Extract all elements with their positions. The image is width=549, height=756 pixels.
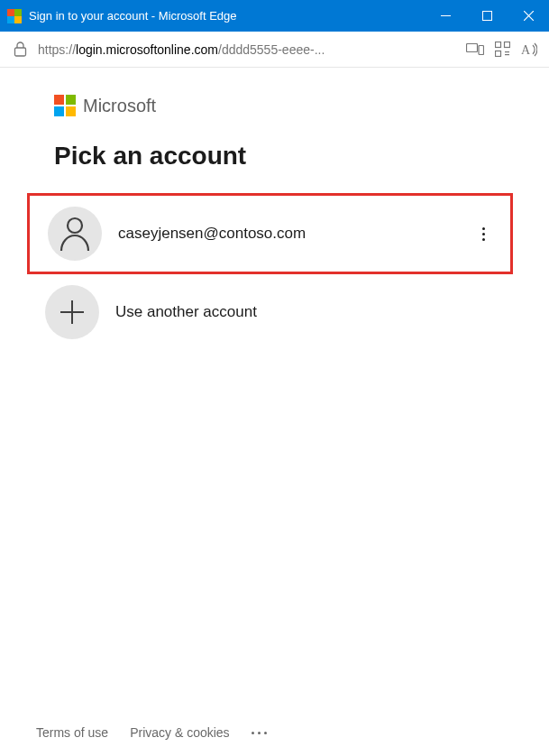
window-title: Sign in to your account - Microsoft Edge <box>29 9 425 23</box>
address-bar: https://login.microsoftonline.com/dddd55… <box>0 32 549 68</box>
url-scheme: https:// <box>38 42 76 57</box>
lock-icon[interactable] <box>11 41 29 59</box>
avatar <box>48 207 102 261</box>
svg-rect-1 <box>482 12 491 21</box>
url-text[interactable]: https://login.microsoftonline.com/dddd55… <box>38 42 457 57</box>
close-button[interactable] <box>508 0 549 32</box>
read-aloud-icon[interactable]: A <box>520 41 538 59</box>
minimize-button[interactable] <box>425 0 466 32</box>
svg-rect-2 <box>14 48 25 56</box>
footer: Terms of use Privacy & cookies <box>36 725 267 740</box>
microsoft-logo-text: Microsoft <box>83 96 156 116</box>
edge-app-icon <box>7 9 22 23</box>
url-path: /dddd5555-eeee-... <box>218 42 325 57</box>
svg-text:A: A <box>521 43 531 57</box>
maximize-button[interactable] <box>466 0 508 32</box>
qr-icon[interactable] <box>493 41 511 59</box>
svg-rect-3 <box>467 43 478 51</box>
account-email: caseyjensen@contoso.com <box>118 225 459 243</box>
page-heading: Pick an account <box>54 142 513 171</box>
url-host: login.microsoftonline.com <box>76 42 218 57</box>
svg-rect-5 <box>495 42 500 48</box>
device-icon[interactable] <box>466 41 484 59</box>
svg-rect-9 <box>505 54 509 55</box>
terms-link[interactable]: Terms of use <box>36 725 108 740</box>
svg-rect-0 <box>441 15 451 16</box>
svg-rect-7 <box>495 51 500 57</box>
add-avatar <box>45 285 99 339</box>
svg-rect-8 <box>505 51 509 52</box>
use-another-label: Use another account <box>115 303 495 321</box>
window-titlebar: Sign in to your account - Microsoft Edge <box>0 0 549 32</box>
footer-more-button[interactable] <box>252 732 267 734</box>
microsoft-logo-icon <box>54 95 76 116</box>
account-item-another[interactable]: Use another account <box>27 274 513 350</box>
svg-rect-6 <box>504 42 509 48</box>
main-content: Microsoft Pick an account caseyjensen@co… <box>0 68 549 350</box>
account-more-button[interactable] <box>475 220 492 248</box>
svg-rect-4 <box>479 45 484 54</box>
account-list: caseyjensen@contoso.com Use another acco… <box>27 193 513 350</box>
privacy-link[interactable]: Privacy & cookies <box>130 725 229 740</box>
person-icon <box>59 217 90 251</box>
account-item-existing[interactable]: caseyjensen@contoso.com <box>27 193 513 274</box>
svg-point-11 <box>68 218 82 233</box>
plus-icon <box>59 299 86 326</box>
microsoft-logo: Microsoft <box>54 95 513 116</box>
